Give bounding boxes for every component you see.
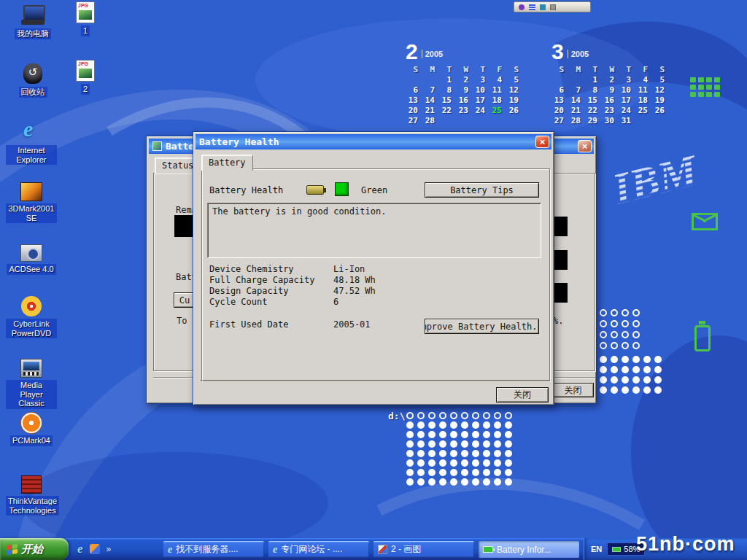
first-used-row: First Used Date 2005-01 bbox=[209, 319, 450, 330]
taskbar-task-forum[interactable]: e 专门网论坛 - .... bbox=[268, 541, 369, 558]
desktop-icon-label: Internet Explorer bbox=[6, 145, 57, 165]
battery-information-window-icon bbox=[152, 141, 162, 151]
calendar-february: 2 2005 SMTWTFS12345678910111213141516171… bbox=[406, 41, 523, 126]
drive-label: d:\ bbox=[388, 411, 405, 421]
taskbar-task-paint[interactable]: 2 - 画图 bbox=[374, 541, 474, 558]
calendar-grid: SMTWTFS123456789101112131415161718192021… bbox=[406, 65, 523, 126]
battery-spec-fields: Device Chemistry Li-Ion Full Charge Capa… bbox=[209, 264, 450, 308]
field-row: Device Chemistry Li-Ion bbox=[209, 264, 450, 275]
quicklaunch-ie-icon[interactable]: e bbox=[77, 542, 83, 556]
desktop-icon-label: CyberLink PowerDVD bbox=[6, 319, 57, 338]
field-value: 2005-01 bbox=[333, 319, 371, 330]
taskbar-task-battery-information[interactable]: Battery Infor... bbox=[479, 541, 579, 558]
desktop: IBM d:\ 2 2005 SMTWTFS123456789101112131… bbox=[0, 0, 747, 560]
quicklaunch-media-icon[interactable] bbox=[90, 544, 100, 554]
gauge-block bbox=[553, 250, 568, 270]
ie-page-icon: e bbox=[168, 545, 172, 555]
paint-icon bbox=[378, 545, 387, 554]
desktop-icon-internet-explorer[interactable]: Internet Explorer bbox=[6, 121, 57, 166]
battery-tips-button[interactable]: Battery Tips bbox=[425, 182, 539, 198]
thinkvantage-icon bbox=[21, 475, 42, 494]
desktop-icon-label: Media Player Classic bbox=[6, 380, 57, 409]
language-bar-options-icon[interactable] bbox=[550, 4, 556, 10]
my-computer-icon bbox=[20, 4, 45, 26]
language-bar-audio-icon[interactable] bbox=[519, 4, 525, 10]
calendar-month: 3 bbox=[551, 41, 564, 63]
desktop-icon-label: 我的电脑 bbox=[15, 28, 51, 39]
health-status-text: Green bbox=[361, 185, 387, 195]
jpg-file-icon bbox=[76, 1, 95, 23]
battery-tab-pane: Battery Health Green Battery Tips The ba… bbox=[201, 168, 550, 381]
taskbar-task-server-not-found[interactable]: e 找不到服务器.... bbox=[163, 541, 264, 558]
desktop-icon-acdsee[interactable]: ACDSee 4.0 bbox=[6, 242, 57, 275]
field-label: Design Capacity bbox=[209, 286, 333, 297]
battery-outline-icon bbox=[694, 325, 711, 351]
improve-battery-health-button[interactable]: Improve Battery Health... bbox=[425, 319, 539, 334]
calendar-grid: SMTWTFS123456789101112131415161718192021… bbox=[551, 65, 669, 126]
field-value: 48.18 Wh bbox=[333, 275, 376, 286]
desktop-icon-pcmark04[interactable]: PCMark04 bbox=[6, 413, 57, 446]
internet-explorer-icon bbox=[19, 121, 44, 143]
close-icon[interactable] bbox=[578, 140, 592, 152]
envelope-icon bbox=[692, 213, 718, 230]
language-bar-input-icon[interactable] bbox=[540, 4, 546, 10]
quicklaunch-more-chevron[interactable]: » bbox=[107, 544, 112, 554]
task-label: 2 - 画图 bbox=[391, 543, 421, 556]
battery-health-dialog: Battery Health Battery Battery Health Gr… bbox=[193, 131, 554, 405]
tab-battery[interactable]: Battery bbox=[201, 155, 253, 171]
close-icon[interactable] bbox=[535, 136, 549, 148]
task-label: 专门网论坛 - .... bbox=[281, 543, 342, 556]
desktop-icon-label: 回收站 bbox=[19, 87, 47, 98]
desktop-icon-powerdvd[interactable]: CyberLink PowerDVD bbox=[6, 296, 57, 339]
desktop-icon-jpg-1[interactable]: 1 bbox=[66, 1, 105, 36]
calendar-year: 2005 bbox=[568, 50, 589, 58]
battery-health-body: Battery Battery Health Green Battery Tip… bbox=[196, 149, 551, 402]
watermark-51nb: 51nb·com bbox=[636, 533, 735, 556]
desktop-icon-label: 2 bbox=[81, 84, 90, 95]
calendar-month: 2 bbox=[406, 41, 418, 63]
windows-logo-icon bbox=[7, 543, 18, 554]
acdsee-icon bbox=[20, 244, 42, 262]
dot-pattern-hollow bbox=[600, 309, 643, 353]
percent-fragment: %. bbox=[553, 316, 570, 326]
battery-task-icon bbox=[483, 546, 493, 553]
field-label: Full Charge Capacity bbox=[209, 275, 333, 286]
start-button-label: 开始 bbox=[21, 542, 43, 556]
close-button[interactable]: 关闭 bbox=[552, 383, 594, 397]
field-value: 47.52 Wh bbox=[333, 286, 376, 297]
desktop-icon-3dmark2001[interactable]: 3DMark2001 SE bbox=[6, 181, 57, 224]
field-value: 6 bbox=[333, 297, 338, 308]
desktop-icon-label: ACDSee 4.0 bbox=[7, 264, 55, 275]
gauge-block bbox=[553, 283, 568, 303]
close-button[interactable]: 关闭 bbox=[496, 387, 549, 402]
field-value: Li-Ion bbox=[333, 264, 365, 275]
desktop-icon-label: ThinkVantage Technologies bbox=[6, 496, 59, 516]
start-button[interactable]: 开始 bbox=[0, 538, 69, 560]
desktop-icon-recycle-bin[interactable]: 回收站 bbox=[7, 63, 58, 98]
battery-health-titlebar[interactable]: Battery Health bbox=[196, 134, 551, 149]
condition-textbox: The battery is in good condition. bbox=[207, 203, 541, 258]
3dmark-icon bbox=[20, 182, 42, 201]
tray-language-indicator[interactable]: EN bbox=[591, 545, 602, 553]
desktop-icon-media-player-classic[interactable]: Media Player Classic bbox=[6, 357, 57, 409]
field-row: Full Charge Capacity 48.18 Wh bbox=[209, 275, 450, 286]
quick-launch-bar: e » bbox=[71, 538, 159, 560]
recycle-bin-icon bbox=[20, 63, 45, 85]
desktop-icon-label: PCMark04 bbox=[10, 435, 53, 446]
field-row: Cycle Count 6 bbox=[209, 297, 450, 308]
language-bar[interactable] bbox=[514, 1, 591, 12]
dot-pattern-filled bbox=[600, 356, 665, 397]
svg-text:IBM: IBM bbox=[607, 146, 704, 214]
powerdvd-icon bbox=[21, 296, 42, 316]
battery-icon bbox=[306, 185, 324, 195]
desktop-icon-label: 3DMark2001 SE bbox=[6, 203, 57, 223]
desktop-icon-my-computer[interactable]: 我的电脑 bbox=[7, 4, 58, 39]
desktop-icon-label: 1 bbox=[81, 26, 90, 36]
calendar-title: 3 2005 bbox=[551, 41, 669, 63]
language-bar-keyboard-icon[interactable] bbox=[529, 4, 535, 10]
desktop-icon-thinkvantage[interactable]: ThinkVantage Technologies bbox=[6, 474, 57, 516]
field-label: Cycle Count bbox=[209, 297, 333, 308]
task-label: Battery Infor... bbox=[497, 545, 551, 555]
desktop-icon-jpg-2[interactable]: 2 bbox=[66, 60, 105, 95]
taskbar: 开始 e » e 找不到服务器.... e 专门网论坛 - .... 2 - 画… bbox=[0, 538, 747, 560]
